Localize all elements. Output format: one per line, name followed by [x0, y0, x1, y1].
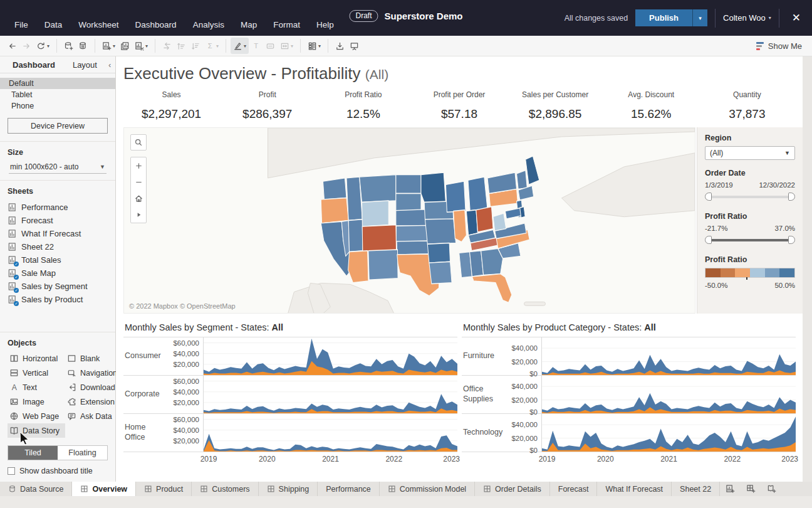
- sheet-tab-shipping[interactable]: Shipping: [259, 482, 318, 496]
- slider-handle-min[interactable]: [705, 193, 712, 201]
- sheet-item-sales-by-segment[interactable]: ✓Sales by Segment: [0, 280, 115, 293]
- new-worksheet-icon[interactable]: ▾: [100, 38, 118, 54]
- menu-file[interactable]: File: [6, 18, 36, 32]
- sheet-item-sheet-22[interactable]: Sheet 22: [0, 240, 115, 253]
- publish-button[interactable]: Publish: [635, 9, 692, 26]
- tab-dashboard[interactable]: Dashboard: [4, 58, 64, 72]
- object-data-story[interactable]: Data Story: [8, 423, 65, 438]
- state-DE[interactable]: [520, 207, 525, 218]
- sheet-tab-forecast[interactable]: Forecast: [550, 482, 598, 496]
- area-plot[interactable]: [204, 414, 457, 452]
- pause-auto-updates-icon[interactable]: [76, 38, 90, 54]
- download-icon[interactable]: [333, 38, 347, 54]
- state-VT[interactable]: [517, 171, 528, 189]
- area-plot[interactable]: [542, 376, 796, 413]
- undo-icon[interactable]: [5, 38, 19, 54]
- new-story-tab-icon[interactable]: [761, 482, 782, 496]
- state-IN[interactable]: [466, 210, 477, 235]
- state-NM[interactable]: [368, 250, 398, 280]
- show-hide-cards-icon[interactable]: ▾: [305, 38, 323, 54]
- sheet-tab-sheet-22[interactable]: Sheet 22: [672, 482, 720, 496]
- floating-button[interactable]: Floating: [58, 446, 107, 460]
- device-option-tablet[interactable]: Tablet: [0, 89, 115, 100]
- new-worksheet-tab-icon[interactable]: [720, 482, 741, 496]
- zoom-in-icon[interactable]: [131, 157, 146, 174]
- region-dropdown[interactable]: (All) ▼: [705, 146, 795, 160]
- state-AR[interactable]: [427, 243, 450, 263]
- add-data-source-icon[interactable]: [61, 38, 76, 54]
- sheet-item-sales-by-product[interactable]: ✓Sales by Product: [0, 293, 115, 306]
- sheet-tab-performance[interactable]: Performance: [318, 482, 380, 496]
- new-dashboard-tab-icon[interactable]: [741, 482, 761, 496]
- sheet-item-performance[interactable]: Performance: [0, 201, 115, 214]
- kpi-sales-per-customer[interactable]: Sales per Customer$2,896.85: [508, 88, 603, 124]
- presentation-mode-icon[interactable]: [347, 38, 362, 54]
- kpi-profit[interactable]: Profit$286,397: [219, 88, 315, 124]
- object-blank[interactable]: Blank: [65, 351, 115, 366]
- state-ND[interactable]: [396, 175, 421, 194]
- object-navigation[interactable]: Navigation: [65, 366, 115, 380]
- state-MT[interactable]: [360, 175, 396, 203]
- object-ask-data[interactable]: Ask Data: [65, 409, 115, 423]
- zoom-out-icon[interactable]: [131, 174, 146, 190]
- sheet-tab-data-source[interactable]: Data Source: [0, 482, 72, 496]
- state-FL[interactable]: [472, 274, 511, 303]
- profit-ratio-color-legend[interactable]: [705, 268, 795, 278]
- state-WI[interactable]: [445, 181, 466, 212]
- area-plot[interactable]: [204, 376, 457, 413]
- size-dropdown[interactable]: min 1000x620 - auto ▼: [9, 161, 107, 174]
- area-plot[interactable]: [542, 414, 796, 452]
- highlight-icon[interactable]: ▾: [231, 38, 249, 54]
- publish-dropdown-caret[interactable]: ▾: [692, 9, 707, 26]
- kpi-avg-discount[interactable]: Avg. Discount15.62%: [603, 88, 699, 124]
- state-OK[interactable]: [397, 241, 429, 255]
- replay-icon[interactable]: ▾: [34, 38, 52, 54]
- menu-format[interactable]: Format: [265, 18, 308, 32]
- sheet-tab-order-details[interactable]: Order Details: [475, 482, 550, 496]
- state-KS[interactable]: [397, 225, 429, 241]
- state-ME[interactable]: [526, 156, 539, 185]
- kpi-profit-ratio[interactable]: Profit Ratio12.5%: [315, 88, 411, 124]
- sheet-tab-customers[interactable]: Customers: [192, 482, 258, 496]
- close-icon[interactable]: ✕: [787, 11, 806, 24]
- sheet-item-what-if-forecast[interactable]: What If Forecast: [0, 227, 115, 240]
- show-dashboard-title-checkbox[interactable]: Show dashboard title: [8, 467, 108, 475]
- menu-dashboard[interactable]: Dashboard: [127, 18, 185, 32]
- sheet-item-sale-map[interactable]: ✓Sale Map: [0, 267, 115, 280]
- device-option-default[interactable]: Default: [0, 78, 115, 89]
- clear-sheet-icon[interactable]: ▾: [132, 38, 150, 54]
- object-extension[interactable]: Extension: [65, 394, 115, 409]
- sale-map-zone[interactable]: © 2022 Mapbox © OpenStreetMap: [123, 127, 695, 314]
- state-MO[interactable]: [425, 219, 455, 244]
- menu-map[interactable]: Map: [232, 18, 265, 32]
- menu-worksheet[interactable]: Worksheet: [70, 18, 127, 32]
- device-option-phone[interactable]: Phone: [0, 100, 115, 112]
- state-WV[interactable]: [493, 213, 506, 231]
- kpi-sales[interactable]: Sales$2,297,201: [123, 88, 219, 124]
- kpi-quantity[interactable]: Quantity37,873: [699, 88, 795, 124]
- collapse-pane-icon[interactable]: ‹: [106, 60, 113, 70]
- state-IL[interactable]: [454, 210, 467, 242]
- map-search-button[interactable]: [130, 134, 147, 151]
- object-text[interactable]: AText: [8, 380, 65, 394]
- sheet-item-total-sales[interactable]: ✓Total Sales: [0, 253, 115, 267]
- sheet-tab-product[interactable]: Product: [136, 482, 192, 496]
- pan-right-icon[interactable]: [131, 206, 146, 223]
- object-image[interactable]: Image: [8, 394, 65, 409]
- area-plot[interactable]: [204, 337, 457, 375]
- object-web-page[interactable]: Web Page: [8, 409, 65, 423]
- state-OR[interactable]: [321, 198, 348, 223]
- state-AZ[interactable]: [348, 251, 368, 283]
- kpi-profit-per-order[interactable]: Profit per Order$57.18: [411, 88, 507, 124]
- zoom-home-icon[interactable]: [131, 190, 146, 206]
- slider-handle-min[interactable]: [705, 236, 712, 244]
- menu-analysis[interactable]: Analysis: [185, 18, 232, 32]
- profit-ratio-slider[interactable]: [705, 236, 795, 244]
- sheet-item-forecast[interactable]: Forecast: [0, 214, 115, 227]
- sheet-tab-overview[interactable]: Overview: [72, 482, 136, 496]
- order-date-slider[interactable]: [705, 193, 795, 201]
- state-WA[interactable]: [323, 178, 346, 199]
- slider-handle-max[interactable]: [788, 236, 795, 244]
- device-preview-button[interactable]: Device Preview: [8, 118, 108, 134]
- area-plot[interactable]: [542, 337, 796, 375]
